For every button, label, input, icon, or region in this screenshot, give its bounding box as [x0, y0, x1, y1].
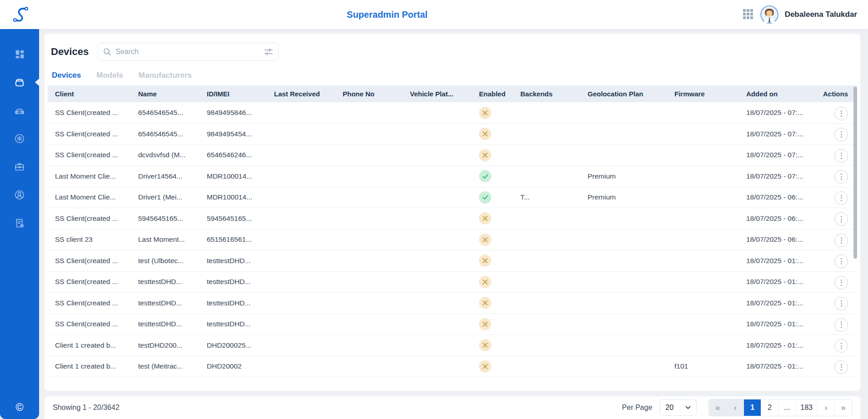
row-actions-kebab-button[interactable] — [834, 234, 848, 247]
sidebar-item-devices[interactable] — [0, 68, 39, 96]
sidebar-item-vehicles[interactable] — [0, 96, 39, 125]
cell-id-imei: 9849495454... — [203, 124, 270, 145]
cell-firmware — [671, 124, 743, 145]
cell-name: test (Ulbotec... — [135, 250, 203, 272]
next-page-button[interactable]: › — [817, 399, 834, 416]
page-button-1[interactable]: 1 — [743, 399, 761, 416]
disabled-cross-icon — [479, 128, 491, 140]
table-row[interactable]: SS Client(created ...dcvdsvfsd (M...6546… — [48, 145, 857, 166]
cell-backends — [517, 166, 584, 187]
table-row[interactable]: SS Client(created ...testtestDHD...testt… — [48, 314, 857, 335]
cell-enabled — [475, 229, 517, 250]
toolbox-icon — [14, 161, 25, 173]
cell-phone-no — [339, 293, 406, 314]
cell-backends: T... — [517, 187, 584, 208]
table-row[interactable]: SS Client(created ...testtestDHD...testt… — [48, 271, 857, 293]
page-ellipsis[interactable]: ... — [778, 399, 795, 416]
cell-backends — [517, 271, 584, 293]
table-row[interactable]: SS Client(created ...6546546545...984949… — [48, 102, 857, 124]
column-header: Enabled — [475, 85, 517, 102]
sidebar-item-reports[interactable] — [0, 209, 39, 237]
table-row[interactable]: Last Moment Clie...Driver1 (Mei...MDR100… — [48, 187, 857, 208]
table-row[interactable]: SS Client(created ...5945645165...594564… — [48, 208, 857, 229]
column-header: Phone No — [339, 85, 406, 102]
cell-actions — [817, 250, 857, 272]
search-input[interactable] — [115, 48, 260, 56]
first-page-button[interactable]: « — [709, 399, 726, 416]
user-name[interactable]: Debaleena Talukdar — [785, 10, 857, 19]
cell-added-on: 18/07/2025 - 01:... — [743, 314, 817, 335]
prev-page-button[interactable]: ‹ — [726, 399, 743, 416]
row-actions-kebab-button[interactable] — [834, 212, 848, 226]
disabled-cross-icon — [479, 276, 491, 288]
table-row[interactable]: Last Moment Clie...Driver14564...MDR1000… — [48, 166, 857, 187]
table-row[interactable]: SS Client(created ...6546546545...984949… — [48, 124, 857, 145]
sidebar-item-features[interactable] — [0, 125, 39, 153]
per-page-value: 20 — [665, 404, 673, 412]
page-button-2[interactable]: 2 — [761, 399, 778, 416]
row-actions-kebab-button[interactable] — [834, 318, 848, 332]
cell-enabled — [475, 356, 517, 377]
cell-geolocation-plan — [584, 102, 671, 124]
cell-vehicle-plate — [406, 335, 475, 356]
disabled-cross-icon — [479, 318, 491, 330]
cell-geolocation-plan — [584, 271, 671, 293]
cell-firmware — [671, 166, 743, 187]
row-actions-kebab-button[interactable] — [834, 191, 848, 205]
cell-id-imei: testtestDHD... — [203, 314, 270, 335]
cell-last-received — [270, 335, 339, 356]
cell-enabled — [475, 166, 517, 187]
cell-enabled — [475, 271, 517, 293]
cell-phone-no — [339, 335, 406, 356]
tab-devices[interactable]: Devices — [52, 71, 81, 80]
cell-backends — [517, 124, 584, 145]
cell-added-on: 18/07/2025 - 01:... — [743, 271, 817, 293]
cell-geolocation-plan — [584, 124, 671, 145]
cell-last-received — [270, 124, 339, 145]
row-actions-kebab-button[interactable] — [834, 128, 848, 141]
avatar[interactable] — [760, 5, 778, 24]
row-actions-kebab-button[interactable] — [834, 297, 848, 310]
cell-enabled — [475, 102, 517, 124]
sidebar-item-toolbox[interactable] — [0, 153, 39, 181]
table-row[interactable]: SS Client(created ...testtestDHD...testt… — [48, 293, 857, 314]
row-actions-kebab-button[interactable] — [834, 339, 848, 353]
cell-vehicle-plate — [406, 293, 475, 314]
row-actions-kebab-button[interactable] — [834, 360, 848, 374]
cell-added-on: 18/07/2025 - 07:... — [743, 145, 817, 166]
table-row[interactable]: Client 1 created b...testDHD200...DHD200… — [48, 335, 857, 356]
cell-firmware — [671, 293, 743, 314]
app-logo[interactable] — [10, 4, 32, 25]
row-actions-kebab-button[interactable] — [834, 254, 848, 268]
column-header: Name — [135, 85, 203, 102]
chevron-down-icon — [685, 406, 691, 409]
cell-geolocation-plan — [584, 293, 671, 314]
page-button-183[interactable]: 183 — [795, 399, 817, 416]
table-row[interactable]: SS client 23Last Moment...6515616561...1… — [48, 229, 857, 250]
row-actions-kebab-button[interactable] — [834, 276, 848, 289]
cell-actions — [817, 271, 857, 293]
row-actions-kebab-button[interactable] — [834, 149, 848, 163]
cell-added-on: 18/07/2025 - 01:... — [743, 250, 817, 272]
cell-last-received — [270, 314, 339, 335]
row-actions-kebab-button[interactable] — [834, 170, 848, 184]
per-page-select[interactable]: 20 — [659, 399, 697, 416]
cell-backends — [517, 314, 584, 335]
sidebar-item-dashboard[interactable] — [0, 40, 39, 68]
table-row[interactable]: Client 1 created b...test (Meitrac...DHD… — [48, 356, 857, 377]
disabled-cross-icon — [479, 212, 491, 224]
filter-button[interactable] — [264, 47, 274, 57]
table-row[interactable]: SS Client(created ...test (Ulbotec...tes… — [48, 250, 857, 272]
vertical-scrollbar[interactable] — [853, 87, 857, 259]
last-page-button[interactable]: » — [834, 399, 852, 416]
row-actions-kebab-button[interactable] — [834, 107, 848, 120]
search-box — [98, 43, 279, 61]
column-header: Added on — [743, 85, 817, 102]
tab-models[interactable]: Models — [96, 71, 123, 80]
tab-manufacturers[interactable]: Manufacturers — [139, 71, 192, 80]
cell-last-received — [270, 208, 339, 229]
apps-grid-icon[interactable] — [743, 9, 754, 20]
cell-actions — [817, 187, 857, 208]
showing-text: Showing 1 - 20/3642 — [53, 404, 120, 412]
sidebar-item-accounts[interactable] — [0, 181, 39, 209]
